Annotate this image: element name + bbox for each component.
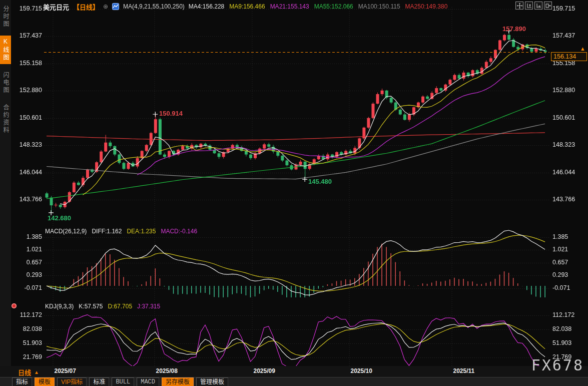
ma-legend-item-5: MA100:150.115 [358, 3, 400, 10]
kdj-j-value: J:37.315 [137, 303, 160, 310]
price-axis-label-L: 157.437 [14, 32, 42, 40]
window-controls [515, 2, 552, 10]
price-axis-label-L: 146.044 [14, 169, 42, 176]
month-label-2: 2025/08 [156, 367, 178, 374]
price-axis-label-R: 159.715 [552, 5, 586, 13]
sidebar-tab-2[interactable]: K线图 [0, 36, 11, 64]
price-axis-label-L: 143.766 [14, 196, 42, 203]
scale-horizontal-icon[interactable] [534, 2, 542, 10]
ma-group-label: MA(4,9,21,55,100,250) [123, 3, 185, 10]
period-tag: 【日线】 [73, 2, 99, 12]
price-axis-label-R: 143.766 [552, 196, 586, 203]
macd-dea-value: DEA:1.235 [127, 228, 156, 235]
macd-axis-label-R: -0.071 [552, 284, 586, 292]
toolbar-button-4[interactable]: 标准 [89, 377, 109, 386]
ma-legend-item-6: MA250:149.380 [405, 3, 448, 10]
dock-right-icon[interactable] [544, 2, 552, 10]
period-selector[interactable]: 日线 ▲ [18, 367, 39, 377]
kdj-axis-label-R: 82.038 [552, 325, 586, 333]
kdj-pane-header: KDJ(9,3,3) K:57.575 D:67.705 J:37.315 [45, 303, 160, 310]
last-price-box: 156.134 [551, 52, 587, 61]
toolbar-button-5[interactable]: BULL [112, 377, 134, 386]
price-axis-label-L: 155.158 [14, 60, 42, 67]
ma-legend-item-4: MA55:152.066 [314, 3, 353, 10]
macd-axis-label-L: -0.071 [14, 284, 42, 292]
price-axis-label-R: 146.044 [552, 169, 586, 176]
chart-type-icon[interactable] [112, 3, 119, 10]
price-axis-label-L: 159.715 [14, 5, 42, 13]
price-axis-label-R: 152.880 [552, 87, 586, 94]
macd-axis-label-R: 0.293 [552, 271, 586, 279]
sidebar: 分时图K线图闪电图合约资料 [0, 0, 11, 366]
sidebar-tab-3[interactable]: 闪电图 [0, 69, 11, 97]
toolbar-button-1[interactable]: 指标 [12, 377, 32, 386]
kdj-settings-icon[interactable] [12, 303, 17, 308]
symbol-name: 美元日元 [43, 2, 69, 12]
annotation-low: 142.680 [48, 214, 71, 222]
ma-legend-item-3: MA21:155.143 [270, 3, 309, 10]
macd-axis-label-R: 0.657 [552, 259, 586, 266]
price-axis-label-R: 150.601 [552, 114, 586, 122]
toolbar-button-7[interactable]: 另存模板 [162, 377, 194, 386]
price-up-arrow-icon: ▲ [580, 46, 585, 52]
kdj-d-value: D:67.705 [108, 303, 132, 310]
sidebar-tab-4[interactable]: 合约资料 [0, 102, 11, 137]
month-label-5: 2025/11 [453, 367, 475, 374]
macd-axis-label-L: 0.293 [14, 271, 42, 279]
period-label: 日线 [18, 367, 31, 377]
annotation-swing-high: 150.914 [159, 110, 183, 117]
macd-axis-label-L: 0.657 [14, 259, 42, 266]
macd-pane-header: MACD(26,12,9) DIFF:1.162 DEA:1.235 MACD:… [45, 228, 197, 235]
sidebar-tab-1[interactable]: 分时图 [0, 3, 11, 31]
month-label-1: 2025/07 [55, 367, 76, 374]
ma-legend-item-2: MA9:156.466 [229, 3, 265, 10]
kdj-axis-label-L: 112.172 [14, 311, 42, 319]
kdj-k-value: K:57.575 [79, 303, 103, 310]
toolbar-button-8[interactable]: 管理模板 [196, 377, 228, 386]
ma-legend-item-1: MA4:156.228 [189, 3, 224, 10]
annotation-swing-low: 145.480 [308, 178, 332, 185]
kdj-axis-label-R: 51.903 [552, 339, 586, 347]
annotation-high: 157.890 [495, 25, 533, 33]
toolbar-button-2[interactable]: 模板 [35, 377, 55, 386]
kdj-axis-label-L: 82.038 [14, 325, 42, 333]
macd-axis-label-L: 1.385 [14, 233, 42, 241]
price-axis-label-L: 150.601 [14, 114, 42, 122]
trading-terminal: 分时图K线图闪电图合约资料 美元日元 【日线】 ⊕ MA(4,9,21,55,1… [0, 0, 588, 386]
price-axis-label-R: 148.323 [552, 141, 586, 149]
kdj-axis-label-R: 112.172 [552, 311, 586, 319]
macd-axis-label-R: 1.021 [552, 246, 586, 253]
bottom-toolbar: 指标模板VIP指标标准BULLMACD另存模板管理模板 [0, 377, 588, 386]
add-indicator-icon[interactable]: ⊕ [103, 3, 108, 10]
period-up-icon: ▲ [34, 369, 39, 375]
chart-canvas[interactable] [0, 0, 588, 386]
price-axis-label-L: 148.323 [14, 141, 42, 149]
month-label-3: 2025/09 [254, 367, 275, 374]
kdj-axis-label-L: 21.769 [14, 353, 42, 361]
price-axis-label-L: 152.880 [14, 87, 42, 94]
watermark: FX678 [531, 356, 584, 374]
price-axis-label-R: 157.437 [552, 32, 586, 40]
ma-legend: MA4:156.228MA9:156.466MA21:155.143MA55:1… [189, 3, 447, 10]
macd-macd-value: MACD:-0.146 [161, 228, 197, 235]
toolbar-button-6[interactable]: MACD [137, 377, 159, 386]
macd-diff-value: DIFF:1.162 [92, 228, 122, 235]
scale-vertical-icon[interactable] [525, 2, 533, 10]
month-labels: 2025/072025/082025/092025/102025/11 [0, 367, 588, 376]
pan-tool-icon[interactable] [515, 2, 523, 10]
month-label-4: 2025/10 [351, 367, 372, 374]
kdj-title: KDJ(9,3,3) [45, 303, 74, 310]
toolbar-button-3[interactable]: VIP指标 [57, 377, 87, 386]
kdj-axis-label-L: 51.903 [14, 339, 42, 347]
chart-header: 美元日元 【日线】 ⊕ MA(4,9,21,55,100,250) MA4:15… [43, 2, 447, 12]
macd-title: MACD(26,12,9) [45, 228, 87, 235]
macd-axis-label-L: 1.021 [14, 246, 42, 253]
macd-axis-label-R: 1.385 [552, 233, 586, 241]
